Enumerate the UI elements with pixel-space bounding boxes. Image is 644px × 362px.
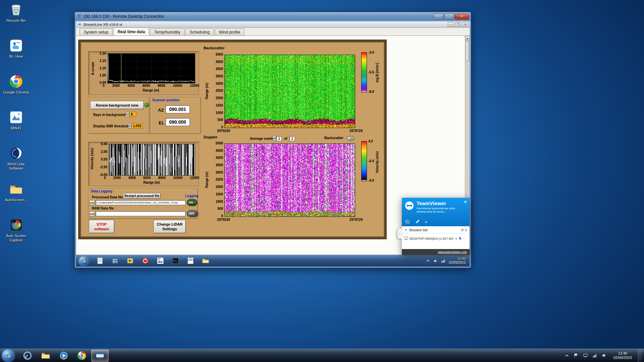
- device-row[interactable]: DESKTOP-OE0QDVI (1 817 937 ▼: [402, 234, 470, 243]
- doppler-xtick-labels: 2979230 2979729: [217, 218, 363, 222]
- desktop-icon-google-chrome[interactable]: Google Chrome: [1, 74, 31, 110]
- tray-icons: [573, 353, 607, 359]
- tab-scheduling[interactable]: Scheduling: [185, 28, 214, 36]
- remote-app-power-app-icon[interactable]: [141, 256, 150, 265]
- remote-network-icon[interactable]: [441, 258, 446, 263]
- session-list-row[interactable]: ▼ Session list ⚙ ▾: [402, 226, 470, 234]
- remote-app-notes-app-icon[interactable]: [95, 256, 104, 265]
- tick-label: 0: [221, 125, 223, 129]
- network-tray-icon[interactable]: [592, 353, 598, 359]
- remote-app-grid-app-icon[interactable]: [110, 256, 119, 265]
- renew-background-button[interactable]: Renew background now: [90, 101, 144, 109]
- ascope-chartbox: A-scope 1.201.151.101.050.99 02000400060…: [88, 51, 199, 95]
- desktop-icon-mw41[interactable]: MW41: [1, 110, 31, 145]
- restart-processed-file-button[interactable]: Restart processed file: [123, 193, 161, 199]
- app-titlebar[interactable]: StreamLine XR v14-6.vi — ❐ ✕: [76, 21, 470, 28]
- computers-list-icon[interactable]: [405, 220, 410, 224]
- remote-app-console-app-icon[interactable]: [171, 256, 180, 265]
- desktop-icon-autoscreen-folder[interactable]: AutoScreen...: [1, 181, 31, 217]
- tick-label: -8.0: [368, 90, 374, 94]
- volume-tray-icon[interactable]: [601, 353, 607, 359]
- taskbar-clock[interactable]: 13:40 02/09/2023: [613, 351, 632, 360]
- hidden-icons-caret[interactable]: [564, 353, 570, 359]
- desktop-icon-wind-lidar[interactable]: Wind Lidar Software: [1, 145, 31, 181]
- tab-wind-profile[interactable]: Wind profile: [215, 28, 245, 36]
- remote-clock[interactable]: 13:40 02/09/2023: [449, 257, 467, 265]
- tab-temp-humidity[interactable]: Temp/humidity: [150, 28, 184, 36]
- el-value[interactable]: 090.000: [165, 118, 190, 126]
- collapse-chevrons-icon[interactable]: «: [425, 220, 427, 224]
- remote-hidden-icons-button[interactable]: [426, 258, 430, 263]
- processed-logging-toggle[interactable]: ON: [187, 199, 197, 206]
- pen-tool-icon[interactable]: [415, 220, 420, 224]
- remote-app-label: Scan sched: [186, 259, 195, 261]
- desktop-icon-bl-view[interactable]: BL-View: [1, 38, 31, 74]
- app-close-button[interactable]: ✕: [463, 22, 468, 27]
- autoscreen-folder-icon: [8, 181, 24, 197]
- app-minimize-button[interactable]: —: [448, 22, 453, 27]
- taskbar-button-windows-explorer[interactable]: [37, 350, 54, 362]
- action-center-flag-icon[interactable]: [573, 353, 579, 359]
- desktop-icon-recycle-bin[interactable]: Recycle Bin: [1, 2, 31, 38]
- remote-app-files-app-icon[interactable]: [201, 256, 210, 265]
- rdp-titlebar[interactable]: 192.168.0.150 - Remote Desktop Connectio…: [75, 12, 471, 21]
- rdp-minimize-button[interactable]: —: [433, 14, 443, 19]
- rays-value[interactable]: 8: [129, 112, 136, 117]
- connect-cursor-icon[interactable]: [459, 236, 463, 241]
- gear-icon[interactable]: ⚙ ▾: [461, 228, 467, 232]
- az-value[interactable]: 090.001: [165, 105, 190, 113]
- desktop-icon-label: Recycle Bin: [6, 18, 26, 23]
- raw-path-field[interactable]: [96, 211, 185, 216]
- tick-label: -5.5: [368, 70, 374, 74]
- raw-path-browse-button[interactable]: C: [89, 211, 95, 217]
- average-total-value[interactable]: 1: [289, 136, 295, 141]
- tick-label: 8000: [158, 84, 165, 87]
- remote-app-media-app-icon[interactable]: [125, 256, 135, 265]
- bl-view-icon: [8, 38, 24, 53]
- tick-label: 5000: [216, 141, 223, 145]
- snr-value[interactable]: 1.002: [131, 123, 143, 128]
- scrollbar-thumb[interactable]: [466, 41, 469, 61]
- tab-system-setup[interactable]: System setup: [79, 28, 113, 36]
- remote-volume-icon[interactable]: [433, 258, 438, 263]
- teamviewer-collapse-tab[interactable]: ›: [397, 229, 402, 239]
- teamviewer-logo: [405, 201, 414, 210]
- rdp-restore-button[interactable]: ❐: [444, 14, 454, 19]
- tick-label: 6000: [143, 176, 151, 180]
- desktop-icon-auto-screen-capture[interactable]: Auto Screen Capture: [1, 217, 31, 253]
- remote-app-scan-sched-app-icon[interactable]: Scan sched: [186, 256, 195, 265]
- average-number-spinner[interactable]: ▴▾: [273, 136, 276, 141]
- raw-toggle-lamp: [196, 212, 197, 216]
- scrollbar-up-arrow[interactable]: ▲: [465, 36, 470, 41]
- change-lidar-settings-button[interactable]: Change LiDAR Settings: [154, 220, 186, 233]
- stop-software-button[interactable]: STOP software: [89, 220, 114, 233]
- taskbar-button-internet-explorer[interactable]: e: [19, 350, 36, 362]
- remote-app-xr-chart-app-icon[interactable]: [156, 256, 165, 265]
- start-button[interactable]: [2, 350, 14, 362]
- show-desktop-button[interactable]: [638, 349, 642, 362]
- average-number-value[interactable]: 1: [276, 136, 282, 141]
- device-tray-icon[interactable]: [583, 353, 589, 359]
- teamviewer-link[interactable]: www.teamviewer.com: [438, 250, 467, 254]
- drive-letter: C: [93, 201, 95, 204]
- processed-path-browse-button[interactable]: C: [89, 200, 95, 205]
- taskbar-button-chrome[interactable]: [73, 350, 91, 362]
- device-dropdown-icon[interactable]: ▼: [455, 238, 457, 240]
- tab-real-time-data[interactable]: Real time data: [113, 27, 149, 36]
- app-restore-button[interactable]: ❐: [455, 22, 461, 27]
- processed-path-field[interactable]: C:\Lidar\Data\Proc\2023\202309\20230902\…: [96, 200, 185, 205]
- tick-label: 1000: [216, 200, 223, 203]
- taskbar-button-media-player[interactable]: [55, 350, 72, 362]
- snr-spinner[interactable]: ▴▾: [128, 123, 131, 128]
- teamviewer-close-icon[interactable]: ✕: [464, 200, 467, 204]
- tick-label: -0.0: [368, 159, 374, 163]
- rdp-close-button[interactable]: ✕: [455, 14, 469, 19]
- backscatter-toggle[interactable]: [347, 136, 354, 140]
- taskbar-button-remote-desktop[interactable]: [91, 350, 109, 362]
- remote-start-button[interactable]: [79, 256, 88, 265]
- ascope-xlabel: Range (m): [107, 88, 195, 92]
- tick-label: 10000: [173, 176, 182, 180]
- raw-logging-toggle[interactable]: OFF: [187, 210, 198, 217]
- rays-spinner[interactable]: ▴▾: [126, 112, 129, 117]
- desktop-icon-label: Google Chrome: [3, 90, 29, 95]
